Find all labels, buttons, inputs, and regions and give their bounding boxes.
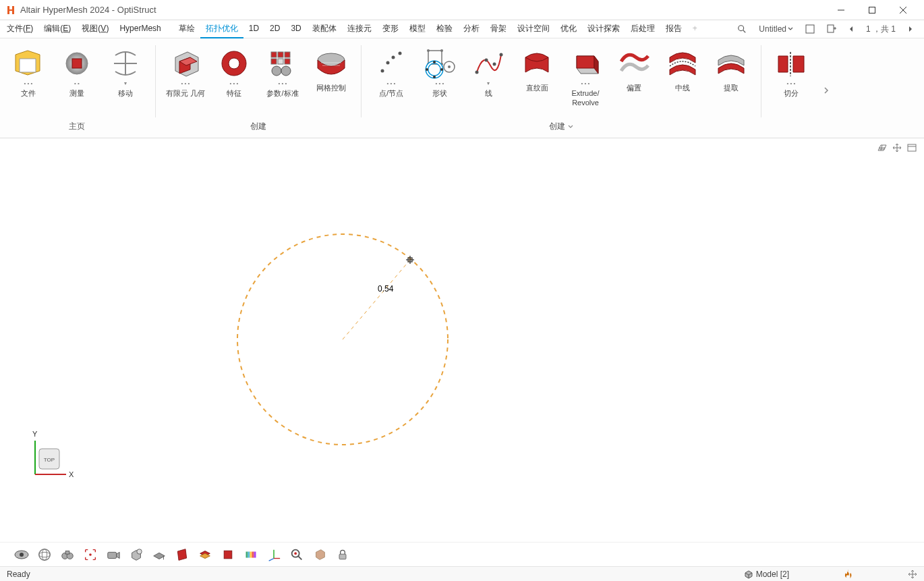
cube-icon [744, 570, 753, 579]
ribbon-shape[interactable]: • • • 形状 [415, 43, 464, 109]
tab-add[interactable]: + [687, 21, 703, 37]
status-model[interactable]: Model [2] [744, 570, 789, 579]
svg-point-43 [485, 59, 488, 62]
svg-rect-6 [806, 25, 814, 33]
tab-validate[interactable]: 检验 [431, 20, 458, 38]
red-box-icon[interactable] [220, 547, 236, 563]
svg-point-41 [448, 65, 451, 68]
svg-point-31 [440, 49, 443, 52]
tab-skeleton[interactable]: 骨架 [485, 20, 512, 38]
svg-point-27 [392, 56, 395, 59]
svg-point-61 [39, 552, 51, 557]
svg-point-28 [399, 52, 402, 55]
page-next-button[interactable] [904, 24, 917, 34]
menu-bar: 文件(F) 编辑(E) 视图(V) HyperMesh 草绘 拓扑优化 1D 2… [0, 20, 924, 38]
camera-icon[interactable] [105, 547, 121, 563]
tab-2d[interactable]: 2D [264, 21, 285, 37]
search-button[interactable] [733, 23, 751, 35]
ribbon-extrude-revolve[interactable]: • • • Extrude/ Revolve [561, 43, 610, 109]
viewport-3d[interactable]: 0.54 Y X TOP [0, 138, 924, 542]
extract-icon [713, 45, 749, 82]
tab-connectors[interactable]: 连接元 [342, 20, 377, 38]
midline-icon [664, 45, 701, 82]
tab-sketch[interactable]: 草绘 [173, 20, 200, 38]
menu-file[interactable]: 文件(F) [1, 20, 38, 38]
line-icon [470, 45, 507, 82]
point-node-icon [373, 45, 409, 82]
ribbon-file[interactable]: • • • 文件 [4, 43, 53, 99]
svg-point-45 [500, 53, 503, 57]
axis-widget[interactable]: Y X TOP [27, 427, 88, 488]
tab-morph[interactable]: 变形 [377, 20, 404, 38]
tab-design-explore[interactable]: 设计探索 [582, 20, 625, 38]
target-selection-icon[interactable] [82, 547, 98, 563]
status-bar: Ready Model [2] [0, 566, 924, 581]
svg-point-59 [20, 553, 24, 557]
axis-x-label: X [69, 470, 74, 478]
svg-rect-1 [869, 7, 875, 13]
red-plane-icon[interactable] [174, 547, 190, 563]
ribbon-cut[interactable]: • • • 切分 [767, 43, 815, 99]
svg-point-39 [440, 68, 443, 71]
layers-icon[interactable] [197, 547, 213, 563]
minimize-button[interactable] [826, 0, 857, 20]
ribbon-fem-geom[interactable]: • • • 有限元 几何 [161, 43, 210, 99]
svg-point-66 [89, 553, 92, 556]
triangle-left-icon [848, 26, 854, 32]
tab-analyze[interactable]: 分析 [458, 20, 485, 38]
tab-optimize[interactable]: 优化 [555, 20, 582, 38]
page-prev-button[interactable] [844, 24, 858, 34]
close-button[interactable] [888, 0, 919, 20]
hat-icon[interactable] [151, 547, 167, 563]
ribbon-extract[interactable]: 提取 [707, 43, 755, 109]
ribbon-measure[interactable]: • • 测量 [53, 43, 101, 99]
zoom-find-icon[interactable] [289, 547, 305, 563]
page-add-button[interactable] [823, 23, 840, 35]
axes-small-icon[interactable] [266, 547, 282, 563]
extrude-icon [567, 45, 604, 82]
tab-assembly[interactable]: 装配体 [307, 20, 342, 38]
document-name-dropdown[interactable]: Untitled [755, 23, 797, 35]
status-snap-icon[interactable] [908, 570, 917, 579]
file-icon [10, 45, 47, 82]
globe-icon[interactable] [36, 547, 53, 563]
page-layout-button[interactable] [801, 23, 819, 35]
transparency-icon[interactable] [312, 547, 328, 563]
ribbon-move[interactable]: ▾ 移动 [101, 43, 150, 99]
tab-model[interactable]: 模型 [404, 20, 431, 38]
svg-point-30 [427, 49, 430, 52]
tab-topology-opt[interactable]: 拓扑优化 [200, 20, 243, 38]
cut-icon [773, 45, 809, 82]
spectrum-icon[interactable] [243, 547, 259, 563]
ribbon-offset[interactable]: 偏置 [610, 43, 658, 109]
menu-hypermesh[interactable]: HyperMesh [114, 21, 166, 37]
shape-icon [422, 45, 458, 82]
ribbon-overflow-right[interactable] [819, 43, 833, 138]
title-bar: Altair HyperMesh 2024 - OptiStruct [0, 0, 924, 20]
svg-rect-71 [246, 551, 248, 557]
svg-rect-16 [285, 52, 290, 57]
ribbon-ruled[interactable]: 直纹面 [513, 43, 561, 109]
tab-design-space[interactable]: 设计空间 [512, 20, 555, 38]
status-fire-icon[interactable] [843, 569, 854, 580]
svg-point-60 [39, 549, 51, 560]
menu-edit[interactable]: 编辑(E) [38, 20, 76, 38]
menu-view[interactable]: 视图(V) [76, 20, 114, 38]
ribbon-mesh-ctrl[interactable]: 网格控制 [307, 43, 355, 99]
eye-icon[interactable] [13, 547, 30, 563]
tab-3d[interactable]: 3D [285, 21, 306, 37]
svg-point-81 [294, 552, 297, 555]
ribbon-line[interactable]: ▾ 线 [464, 43, 513, 109]
cube-sphere-icon[interactable] [128, 547, 144, 563]
ribbon-midline[interactable]: 中线 [658, 43, 707, 109]
ribbon-feature[interactable]: • • • 特征 [210, 43, 258, 99]
lock-icon[interactable] [335, 547, 351, 563]
ribbon-param-std[interactable]: • • • 参数/标准 [258, 43, 307, 99]
binoculars-icon[interactable] [59, 547, 76, 563]
window-title: Altair HyperMesh 2024 - OptiStruct [20, 5, 156, 15]
tab-1d[interactable]: 1D [243, 21, 264, 37]
maximize-button[interactable] [857, 0, 888, 20]
tab-post[interactable]: 后处理 [625, 20, 660, 38]
ribbon-point-node[interactable]: • • • 点/节点 [367, 43, 415, 109]
tab-report[interactable]: 报告 [660, 20, 687, 38]
